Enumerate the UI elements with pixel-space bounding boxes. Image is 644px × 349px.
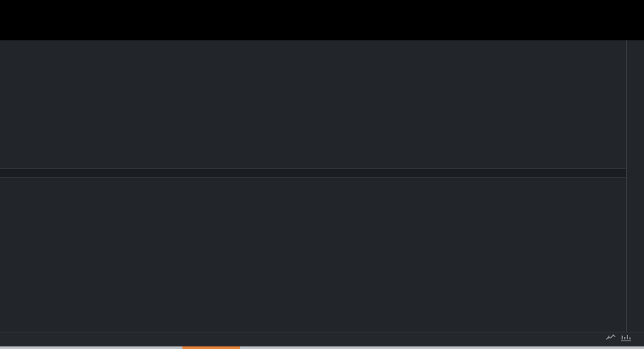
chart-style-controls	[606, 334, 641, 341]
histogram-style-icon[interactable]	[621, 334, 631, 341]
line-chart-style-icon[interactable]	[606, 334, 616, 341]
horizontal-scrollbar[interactable]	[0, 346, 644, 349]
chart-area[interactable]	[0, 40, 644, 332]
scrollbar-thumb[interactable]	[182, 346, 240, 349]
bottom-toolbar	[0, 332, 644, 346]
chart-canvas[interactable]	[0, 40, 626, 332]
price-axis[interactable]	[626, 40, 644, 332]
x-axis[interactable]	[0, 168, 644, 178]
trading-app-window	[0, 0, 644, 349]
